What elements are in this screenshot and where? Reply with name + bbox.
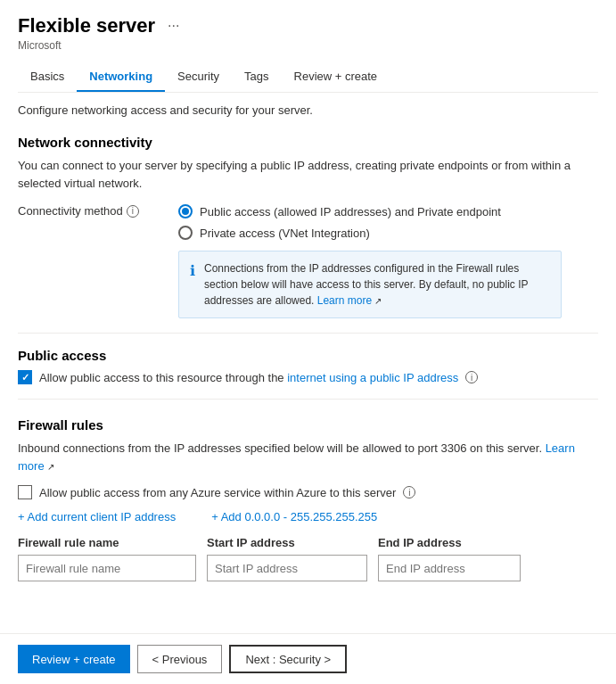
page-description: Configure networking access and security… xyxy=(18,103,598,117)
external-link-icon: ↗ xyxy=(374,296,382,306)
footer-bar: Review + create < Previous Next : Securi… xyxy=(0,633,616,684)
radio-private-access[interactable]: Private access (VNet Integration) xyxy=(178,226,501,240)
connectivity-info-box: ℹ Connections from the IP addresses conf… xyxy=(178,251,562,318)
connectivity-info-icon[interactable]: i xyxy=(127,205,139,218)
end-ip-input[interactable] xyxy=(378,555,521,581)
azure-services-checkbox[interactable] xyxy=(18,485,32,499)
info-box-icon: ℹ xyxy=(190,260,195,309)
azure-services-checkbox-row[interactable]: Allow public access from any Azure servi… xyxy=(18,485,598,499)
tab-basics[interactable]: Basics xyxy=(18,62,77,92)
firewall-input-row xyxy=(18,555,598,581)
public-access-checkbox-label: Allow public access to this resource thr… xyxy=(39,371,458,384)
radio-private-access-indicator xyxy=(178,226,193,240)
col-header-end: End IP address xyxy=(378,536,521,549)
col-header-name: Firewall rule name xyxy=(18,536,196,549)
tabs-bar: Basics Networking Security Tags Review +… xyxy=(18,62,598,93)
col-header-start: Start IP address xyxy=(207,536,367,549)
tab-tags[interactable]: Tags xyxy=(232,62,281,92)
add-links-row: + Add current client IP address + Add 0.… xyxy=(18,510,598,523)
tab-review-create[interactable]: Review + create xyxy=(282,62,390,92)
radio-public-access-indicator xyxy=(178,204,193,218)
azure-services-info-icon[interactable]: i xyxy=(403,486,415,499)
tab-networking[interactable]: Networking xyxy=(77,62,165,92)
tab-security[interactable]: Security xyxy=(165,62,232,92)
add-client-ip-link[interactable]: + Add current client IP address xyxy=(18,510,176,523)
public-access-info-icon[interactable]: i xyxy=(465,371,478,383)
firewall-rules-title: Firewall rules xyxy=(18,417,598,433)
network-connectivity-title: Network connectivity xyxy=(18,135,598,150)
info-box-text: Connections from the IP addresses config… xyxy=(204,260,550,309)
ellipsis-menu[interactable]: ··· xyxy=(168,18,179,34)
previous-button[interactable]: < Previous xyxy=(137,645,223,673)
next-button[interactable]: Next : Security > xyxy=(229,645,347,673)
start-ip-input[interactable] xyxy=(207,555,367,581)
connectivity-options: Public access (allowed IP addresses) and… xyxy=(178,204,501,240)
radio-public-access-label: Public access (allowed IP addresses) and… xyxy=(200,205,501,218)
page-subtitle: Microsoft xyxy=(18,39,598,52)
connectivity-method-label: Connectivity method i xyxy=(18,204,160,218)
firewall-external-link-icon: ↗ xyxy=(47,462,54,472)
firewall-table-header: Firewall rule name Start IP address End … xyxy=(18,536,598,549)
network-connectivity-desc: You can connect to your server by specif… xyxy=(18,157,598,192)
radio-private-access-label: Private access (VNet Integration) xyxy=(200,227,370,240)
public-access-checkbox-row[interactable]: Allow public access to this resource thr… xyxy=(18,370,598,384)
radio-public-access[interactable]: Public access (allowed IP addresses) and… xyxy=(178,204,501,218)
public-access-checkbox[interactable] xyxy=(18,370,32,384)
review-create-button[interactable]: Review + create xyxy=(18,645,130,673)
firewall-rule-name-input[interactable] xyxy=(18,555,196,581)
add-range-link[interactable]: + Add 0.0.0.0 - 255.255.255.255 xyxy=(211,510,377,523)
page-title: Flexible server xyxy=(18,14,155,37)
firewall-rules-description: Inbound connections from the IP addresse… xyxy=(18,440,598,474)
azure-services-label: Allow public access from any Azure servi… xyxy=(39,486,396,499)
public-access-title: Public access xyxy=(18,348,598,363)
learn-more-link-connectivity[interactable]: Learn more xyxy=(317,294,372,307)
